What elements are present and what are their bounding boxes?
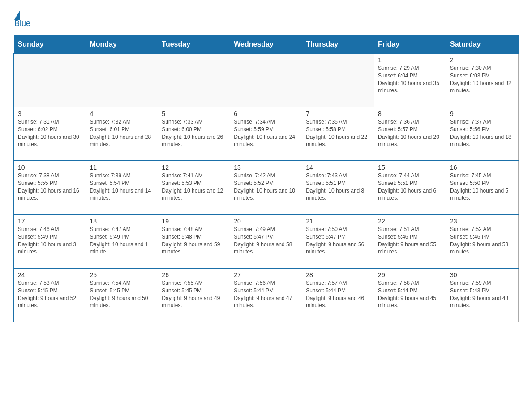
calendar-cell: 9Sunrise: 7:37 AM Sunset: 5:56 PM Daylig… xyxy=(446,107,519,161)
day-number: 23 xyxy=(450,218,515,225)
calendar-cell: 3Sunrise: 7:31 AM Sunset: 6:02 PM Daylig… xyxy=(14,107,86,161)
day-number: 3 xyxy=(18,110,82,117)
calendar-cell: 20Sunrise: 7:49 AM Sunset: 5:47 PM Dayli… xyxy=(230,214,302,268)
day-info: Sunrise: 7:41 AM Sunset: 5:53 PM Dayligh… xyxy=(162,172,226,202)
day-number: 4 xyxy=(90,110,154,117)
day-info: Sunrise: 7:37 AM Sunset: 5:56 PM Dayligh… xyxy=(450,118,515,148)
day-info: Sunrise: 7:42 AM Sunset: 5:52 PM Dayligh… xyxy=(234,172,298,202)
day-number: 26 xyxy=(162,271,226,278)
calendar-cell: 15Sunrise: 7:44 AM Sunset: 5:51 PM Dayli… xyxy=(374,161,446,214)
day-info: Sunrise: 7:34 AM Sunset: 5:59 PM Dayligh… xyxy=(234,118,298,148)
day-number: 22 xyxy=(378,218,442,225)
calendar-cell: 24Sunrise: 7:53 AM Sunset: 5:45 PM Dayli… xyxy=(14,268,86,322)
day-info: Sunrise: 7:32 AM Sunset: 6:01 PM Dayligh… xyxy=(90,118,154,148)
day-info: Sunrise: 7:44 AM Sunset: 5:51 PM Dayligh… xyxy=(378,172,442,202)
day-info: Sunrise: 7:47 AM Sunset: 5:49 PM Dayligh… xyxy=(90,226,154,256)
day-number: 30 xyxy=(450,271,515,278)
day-number: 5 xyxy=(162,110,226,117)
day-number: 27 xyxy=(234,271,298,278)
day-info: Sunrise: 7:58 AM Sunset: 5:44 PM Dayligh… xyxy=(378,279,442,309)
day-info: Sunrise: 7:59 AM Sunset: 5:43 PM Dayligh… xyxy=(450,279,515,309)
calendar-cell: 18Sunrise: 7:47 AM Sunset: 5:49 PM Dayli… xyxy=(86,214,158,268)
calendar-cell xyxy=(158,53,230,107)
day-info: Sunrise: 7:52 AM Sunset: 5:46 PM Dayligh… xyxy=(450,226,515,256)
day-number: 8 xyxy=(378,110,442,117)
day-number: 2 xyxy=(450,56,515,64)
day-number: 7 xyxy=(306,110,370,117)
day-number: 21 xyxy=(306,218,370,225)
week-row-1: 1Sunrise: 7:29 AM Sunset: 6:04 PM Daylig… xyxy=(14,53,519,107)
header-wednesday: Wednesday xyxy=(230,36,302,54)
day-number: 17 xyxy=(18,218,82,225)
day-info: Sunrise: 7:29 AM Sunset: 6:04 PM Dayligh… xyxy=(378,64,442,94)
header-monday: Monday xyxy=(86,36,158,54)
calendar-cell xyxy=(302,53,374,107)
day-number: 14 xyxy=(306,164,370,171)
calendar-cell: 12Sunrise: 7:41 AM Sunset: 5:53 PM Dayli… xyxy=(158,161,230,214)
calendar-cell: 22Sunrise: 7:51 AM Sunset: 5:46 PM Dayli… xyxy=(374,214,446,268)
day-info: Sunrise: 7:48 AM Sunset: 5:48 PM Dayligh… xyxy=(162,226,226,256)
day-number: 24 xyxy=(18,271,82,278)
calendar-cell: 11Sunrise: 7:39 AM Sunset: 5:54 PM Dayli… xyxy=(86,161,158,214)
day-info: Sunrise: 7:36 AM Sunset: 5:57 PM Dayligh… xyxy=(378,118,442,148)
calendar-cell: 10Sunrise: 7:38 AM Sunset: 5:55 PM Dayli… xyxy=(14,161,86,214)
day-info: Sunrise: 7:43 AM Sunset: 5:51 PM Dayligh… xyxy=(306,172,370,202)
calendar-table: Sunday Monday Tuesday Wednesday Thursday… xyxy=(13,35,519,322)
day-info: Sunrise: 7:56 AM Sunset: 5:44 PM Dayligh… xyxy=(234,279,298,309)
calendar-cell: 6Sunrise: 7:34 AM Sunset: 5:59 PM Daylig… xyxy=(230,107,302,161)
day-number: 12 xyxy=(162,164,226,171)
calendar-cell: 2Sunrise: 7:30 AM Sunset: 6:03 PM Daylig… xyxy=(446,53,519,107)
day-info: Sunrise: 7:55 AM Sunset: 5:45 PM Dayligh… xyxy=(162,279,226,309)
calendar-cell: 28Sunrise: 7:57 AM Sunset: 5:44 PM Dayli… xyxy=(302,268,374,322)
day-info: Sunrise: 7:45 AM Sunset: 5:50 PM Dayligh… xyxy=(450,172,515,202)
calendar-cell: 25Sunrise: 7:54 AM Sunset: 5:45 PM Dayli… xyxy=(86,268,158,322)
calendar-cell xyxy=(14,53,86,107)
week-row-5: 24Sunrise: 7:53 AM Sunset: 5:45 PM Dayli… xyxy=(14,268,519,322)
day-info: Sunrise: 7:54 AM Sunset: 5:45 PM Dayligh… xyxy=(90,279,154,309)
header-sunday: Sunday xyxy=(14,36,86,54)
day-info: Sunrise: 7:57 AM Sunset: 5:44 PM Dayligh… xyxy=(306,279,370,309)
logo: Blue xyxy=(13,9,30,28)
calendar-cell: 21Sunrise: 7:50 AM Sunset: 5:47 PM Dayli… xyxy=(302,214,374,268)
calendar-cell: 14Sunrise: 7:43 AM Sunset: 5:51 PM Dayli… xyxy=(302,161,374,214)
calendar-cell: 8Sunrise: 7:36 AM Sunset: 5:57 PM Daylig… xyxy=(374,107,446,161)
day-number: 28 xyxy=(306,271,370,278)
day-number: 15 xyxy=(378,164,442,171)
calendar-cell: 7Sunrise: 7:35 AM Sunset: 5:58 PM Daylig… xyxy=(302,107,374,161)
header-saturday: Saturday xyxy=(446,36,519,54)
logo-triangle-icon xyxy=(14,11,20,20)
calendar-cell: 1Sunrise: 7:29 AM Sunset: 6:04 PM Daylig… xyxy=(374,53,446,107)
day-number: 11 xyxy=(90,164,154,171)
calendar-cell: 27Sunrise: 7:56 AM Sunset: 5:44 PM Dayli… xyxy=(230,268,302,322)
day-number: 16 xyxy=(450,164,515,171)
calendar-cell xyxy=(230,53,302,107)
day-number: 10 xyxy=(18,164,82,171)
header-thursday: Thursday xyxy=(302,36,374,54)
day-info: Sunrise: 7:46 AM Sunset: 5:49 PM Dayligh… xyxy=(18,226,82,256)
header-tuesday: Tuesday xyxy=(158,36,230,54)
calendar-cell: 13Sunrise: 7:42 AM Sunset: 5:52 PM Dayli… xyxy=(230,161,302,214)
calendar-cell: 29Sunrise: 7:58 AM Sunset: 5:44 PM Dayli… xyxy=(374,268,446,322)
calendar-cell: 5Sunrise: 7:33 AM Sunset: 6:00 PM Daylig… xyxy=(158,107,230,161)
day-info: Sunrise: 7:49 AM Sunset: 5:47 PM Dayligh… xyxy=(234,226,298,256)
logo-subtitle: Blue xyxy=(14,19,30,28)
day-number: 20 xyxy=(234,218,298,225)
day-info: Sunrise: 7:51 AM Sunset: 5:46 PM Dayligh… xyxy=(378,226,442,256)
day-number: 13 xyxy=(234,164,298,171)
week-row-2: 3Sunrise: 7:31 AM Sunset: 6:02 PM Daylig… xyxy=(14,107,519,161)
weekday-header-row: Sunday Monday Tuesday Wednesday Thursday… xyxy=(14,36,519,54)
calendar-cell: 23Sunrise: 7:52 AM Sunset: 5:46 PM Dayli… xyxy=(446,214,519,268)
calendar-cell: 17Sunrise: 7:46 AM Sunset: 5:49 PM Dayli… xyxy=(14,214,86,268)
calendar-cell: 16Sunrise: 7:45 AM Sunset: 5:50 PM Dayli… xyxy=(446,161,519,214)
header-friday: Friday xyxy=(374,36,446,54)
calendar-cell: 19Sunrise: 7:48 AM Sunset: 5:48 PM Dayli… xyxy=(158,214,230,268)
day-info: Sunrise: 7:39 AM Sunset: 5:54 PM Dayligh… xyxy=(90,172,154,202)
page-header: Blue xyxy=(13,9,519,28)
calendar-cell: 26Sunrise: 7:55 AM Sunset: 5:45 PM Dayli… xyxy=(158,268,230,322)
day-info: Sunrise: 7:53 AM Sunset: 5:45 PM Dayligh… xyxy=(18,279,82,309)
day-number: 19 xyxy=(162,218,226,225)
week-row-4: 17Sunrise: 7:46 AM Sunset: 5:49 PM Dayli… xyxy=(14,214,519,268)
day-info: Sunrise: 7:30 AM Sunset: 6:03 PM Dayligh… xyxy=(450,64,515,94)
day-number: 29 xyxy=(378,271,442,278)
day-info: Sunrise: 7:50 AM Sunset: 5:47 PM Dayligh… xyxy=(306,226,370,256)
